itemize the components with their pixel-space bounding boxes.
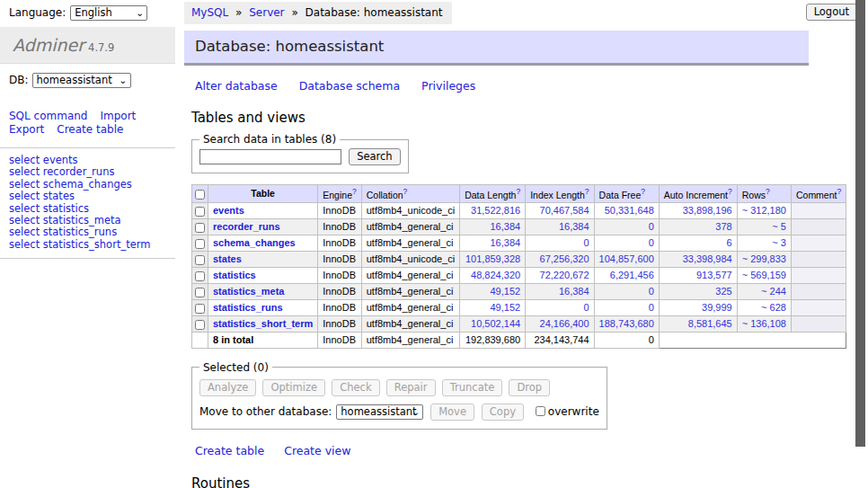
help-link-icon[interactable]: ? — [766, 187, 770, 196]
alter-database-link[interactable]: Alter database — [195, 79, 278, 93]
overwrite-checkbox[interactable] — [536, 406, 545, 416]
db-action-links: Alter database Database schema Privilege… — [195, 79, 813, 93]
column-header-index-length: Index Length — [530, 190, 585, 200]
help-link-icon[interactable]: ? — [403, 187, 408, 196]
row-select-checkbox[interactable] — [195, 255, 205, 265]
sidebar-divider-bottom — [0, 258, 175, 259]
column-header-data-length: Data Length — [465, 190, 516, 200]
row-select-checkbox[interactable] — [195, 304, 205, 314]
sidebar-item-select-statistics-runs[interactable]: select statistics_runs — [9, 226, 117, 238]
engine-cell: InnoDB — [318, 267, 361, 283]
rows-cell[interactable]: ~ 3 — [737, 235, 791, 251]
tables-and-views-heading: Tables and views — [191, 110, 813, 126]
rows-cell[interactable]: ~ 299,833 — [737, 251, 791, 267]
language-select[interactable]: English⌄ — [70, 5, 147, 21]
logout-button[interactable]: Logout — [806, 4, 857, 21]
sidebar-divider — [0, 147, 175, 148]
data-length-cell: 101,859,328 — [460, 251, 526, 267]
data-length-cell: 16,384 — [460, 235, 526, 251]
row-select-checkbox[interactable] — [195, 320, 205, 330]
column-header-engine: Engine — [323, 190, 352, 200]
row-select-checkbox[interactable] — [195, 288, 205, 297]
column-header-comment: Comment — [796, 190, 837, 200]
analyze-button[interactable]: Analyze — [199, 379, 256, 396]
sidebar-item-select-statistics[interactable]: select statistics — [9, 202, 89, 215]
sidebar-link-export[interactable]: Export — [9, 123, 44, 136]
table-name-link[interactable]: statistics_runs — [213, 302, 283, 313]
auto-increment-cell: 33,398,984 — [659, 251, 737, 267]
table-name-link[interactable]: states — [213, 253, 242, 264]
help-link-icon[interactable]: ? — [837, 187, 841, 196]
sidebar-item-select-states[interactable]: select states — [9, 190, 75, 202]
total-engine-cell: InnoDB — [318, 332, 361, 348]
table-name-link[interactable]: statistics_meta — [213, 286, 285, 297]
help-link-icon[interactable]: ? — [352, 187, 357, 196]
sidebar-item-select-statistics-short-term[interactable]: select statistics_short_term — [9, 238, 150, 251]
vertical-scrollbar-track[interactable] — [855, 0, 868, 488]
check-button[interactable]: Check — [332, 379, 379, 396]
truncate-button[interactable]: Truncate — [442, 379, 503, 396]
sidebar-link-import[interactable]: Import — [100, 110, 136, 122]
collation-cell: utf8mb4_general_ci — [361, 235, 459, 251]
create-view-link[interactable]: Create view — [284, 444, 350, 457]
column-header-auto-increment: Auto Increment — [664, 190, 728, 200]
search-input[interactable] — [199, 149, 341, 164]
breadcrumb-link-server[interactable]: Server — [249, 6, 284, 19]
sidebar-table-list: select events select recorder_runs selec… — [0, 155, 175, 251]
select-all-checkbox[interactable] — [195, 190, 205, 200]
sidebar-item-select-recorder-runs[interactable]: select recorder_runs — [9, 165, 114, 178]
help-link-icon[interactable]: ? — [516, 187, 520, 196]
copy-button[interactable]: Copy — [482, 404, 524, 421]
collation-cell: utf8mb4_general_ci — [361, 218, 459, 235]
table-name-link[interactable]: statistics_short_term — [213, 318, 313, 329]
rows-cell[interactable]: ~ 628 — [737, 299, 791, 315]
data-free-cell: 6,291,456 — [594, 267, 659, 283]
table-name-link[interactable]: schema_changes — [213, 237, 296, 248]
search-button[interactable]: Search — [349, 148, 401, 165]
engine-cell: InnoDB — [318, 235, 361, 251]
breadcrumb-link-mysql[interactable]: MySQL — [191, 6, 228, 19]
db-select[interactable]: homeassistant⌄ — [32, 73, 131, 88]
create-links-row: Create table Create view — [195, 444, 813, 457]
row-select-checkbox[interactable] — [195, 223, 205, 233]
table-name-link[interactable]: events — [213, 205, 244, 216]
help-link-icon[interactable]: ? — [585, 187, 589, 196]
sidebar-item-select-statistics-meta[interactable]: select statistics_meta — [9, 214, 121, 226]
sidebar-item-select-events[interactable]: select events — [9, 154, 78, 166]
optimize-button[interactable]: Optimize — [262, 379, 325, 396]
move-button[interactable]: Move — [430, 404, 474, 421]
help-link-icon[interactable]: ? — [641, 187, 645, 196]
row-select-checkbox[interactable] — [195, 239, 205, 249]
tables-overview-table: Table Engine? Collation? Data Length? In… — [191, 184, 846, 349]
engine-cell: InnoDB — [318, 299, 361, 315]
engine-cell: InnoDB — [318, 202, 361, 218]
selected-buttons-row: Analyze Optimize Check Repair Truncate D… — [199, 379, 599, 396]
help-link-icon[interactable]: ? — [728, 187, 732, 196]
drop-button[interactable]: Drop — [509, 379, 550, 396]
table-name-link[interactable]: statistics — [213, 270, 256, 280]
rows-cell[interactable]: ~ 244 — [737, 283, 791, 299]
selected-legend: Selected (0) — [199, 361, 272, 374]
rows-cell[interactable]: ~ 312,180 — [737, 202, 791, 218]
comment-cell — [791, 299, 846, 315]
move-database-select[interactable]: homeassistant⌄ — [336, 404, 423, 420]
privileges-link[interactable]: Privileges — [421, 79, 475, 93]
create-table-link[interactable]: Create table — [195, 444, 264, 457]
index-length-cell: 0 — [526, 299, 594, 315]
collation-cell: utf8mb4_general_ci — [361, 283, 459, 299]
rows-cell[interactable]: ~ 136,108 — [737, 315, 791, 332]
table-name-link[interactable]: recorder_runs — [213, 221, 280, 232]
repair-button[interactable]: Repair — [386, 379, 436, 396]
sidebar-item-select-schema-changes[interactable]: select schema_changes — [9, 178, 132, 191]
vertical-scrollbar-thumb[interactable] — [855, 0, 865, 447]
database-schema-link[interactable]: Database schema — [299, 79, 400, 93]
row-select-checkbox[interactable] — [195, 271, 205, 281]
row-select-checkbox[interactable] — [195, 207, 205, 217]
rows-cell[interactable]: ~ 5 — [737, 218, 791, 235]
sidebar-link-create-table[interactable]: Create table — [57, 123, 123, 136]
total-data-length-cell: 192,839,680 — [460, 332, 526, 348]
index-length-cell: 72,220,672 — [526, 267, 594, 283]
sidebar-link-sql-command[interactable]: SQL command — [9, 110, 87, 122]
rows-cell[interactable]: ~ 569,159 — [737, 267, 791, 283]
search-fieldset: Search data in tables (8) Search — [191, 133, 409, 173]
